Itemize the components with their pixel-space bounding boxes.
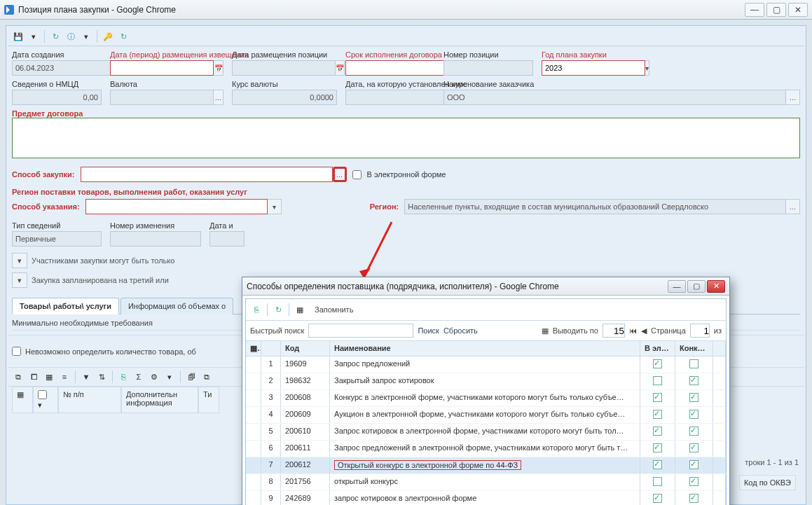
ellipsis-icon[interactable]: … xyxy=(214,90,223,105)
nmcd-input xyxy=(12,90,102,105)
close-button[interactable]: ✕ xyxy=(788,3,808,17)
print-icon[interactable]: 🗐 xyxy=(185,371,198,383)
chevron-down-icon[interactable]: ▾ xyxy=(12,253,27,268)
table-row[interactable]: 119609Запрос предложений xyxy=(246,357,726,373)
dropdown-icon[interactable]: ▾ xyxy=(163,371,176,383)
table-row[interactable]: 6200611Запрос предложений в электронной … xyxy=(246,441,726,457)
calendar-icon[interactable]: 📅 xyxy=(336,60,345,76)
no-qty-checkbox[interactable] xyxy=(12,347,21,356)
table-header-ef[interactable]: В элек… форме xyxy=(640,341,675,356)
refresh2-icon[interactable]: ↻ xyxy=(117,30,130,43)
page-size-input[interactable] xyxy=(603,324,625,338)
filter-icon[interactable]: ▼ xyxy=(80,371,92,383)
refresh-icon[interactable]: ↻ xyxy=(49,30,62,43)
sposob-label: Способ закупки: xyxy=(12,170,75,179)
valuta-input[interactable] xyxy=(110,90,214,105)
copy-icon[interactable]: ⧉ xyxy=(200,371,213,383)
quick-search-input[interactable] xyxy=(308,324,413,338)
srok-label: Срок исполнения договора xyxy=(345,50,435,59)
data-i-label: Дата и xyxy=(209,221,245,230)
table-header-check[interactable]: ▾ xyxy=(33,387,58,413)
sposob-input[interactable] xyxy=(81,167,333,182)
popup-title: Способы определения поставщика (подрядчи… xyxy=(247,282,668,291)
table-header-name[interactable]: Наименование xyxy=(330,341,640,356)
table-header-dop[interactable]: Дополнительн информация xyxy=(121,387,198,413)
search-button[interactable]: Поиск xyxy=(418,326,439,335)
main-toolbar: 💾 ▾ ↻ ⓘ ▾ 🔑 ↻ xyxy=(8,27,804,46)
table-header-scroll xyxy=(713,341,726,356)
table-header-np[interactable]: № п/п xyxy=(58,387,121,413)
ellipsis-icon[interactable]: … xyxy=(786,199,800,214)
date-created-input xyxy=(12,60,116,76)
table-header-rownum[interactable] xyxy=(261,341,281,356)
rows-info: троки 1 - 1 из 1 xyxy=(745,458,799,466)
kursdate-label: Дата, на которую установлен курс xyxy=(345,80,435,88)
maximize-button[interactable]: ▢ xyxy=(766,3,786,17)
sposobuk-input[interactable] xyxy=(85,199,268,214)
first-page-icon[interactable]: ⏮ xyxy=(629,326,637,335)
table-header-icon[interactable]: ▦ xyxy=(246,341,261,356)
table-row[interactable]: 8201756открытый конкурс xyxy=(246,474,726,491)
eform-checkbox[interactable] xyxy=(352,170,362,179)
nomer-input xyxy=(443,60,533,76)
calendar-icon[interactable]: 📅 xyxy=(214,60,223,76)
gear-icon[interactable]: ⚙ xyxy=(148,371,160,383)
main-content: 💾 ▾ ↻ ⓘ ▾ 🔑 ↻ Дата создания Дата (период… xyxy=(6,25,806,505)
app-icon xyxy=(4,5,14,15)
popup-close-button[interactable]: ✕ xyxy=(707,280,725,293)
prev-page-icon[interactable]: ◀ xyxy=(641,326,647,335)
page-size-icon[interactable]: ▦ xyxy=(542,326,549,335)
popup-minimize-button[interactable]: — xyxy=(668,280,686,293)
srok-input[interactable] xyxy=(345,60,449,76)
reset-button[interactable]: Сбросить xyxy=(443,326,478,335)
tab-goods[interactable]: Товары\ работы\ услуги xyxy=(12,298,119,314)
list-icon[interactable]: ≡ xyxy=(58,371,71,383)
table-header-kod[interactable]: Код xyxy=(281,341,330,356)
dropdown2-icon[interactable]: ▾ xyxy=(80,30,92,43)
sposob-lookup-button[interactable]: … xyxy=(333,167,347,182)
chevron-down-icon[interactable]: ▾ xyxy=(12,272,27,288)
kursdate-input xyxy=(345,90,449,105)
god-input[interactable] xyxy=(542,60,645,76)
table-header-checkbox[interactable]: ▦ xyxy=(12,387,33,413)
zakazchik-label: Наименование заказчика xyxy=(443,80,800,88)
save-icon[interactable]: 💾 xyxy=(12,30,25,43)
table-row[interactable]: 2198632Закрытый запрос котировок xyxy=(246,373,726,390)
period-input[interactable] xyxy=(110,60,214,76)
page-input[interactable] xyxy=(690,324,710,338)
key-icon[interactable]: 🔑 xyxy=(102,30,114,43)
dropdown-icon[interactable]: ▾ xyxy=(27,30,40,43)
minimize-button[interactable]: — xyxy=(745,3,764,17)
tab-volumes[interactable]: Информация об объемах о xyxy=(121,298,233,314)
table-header-tip[interactable]: Ти xyxy=(198,387,219,413)
table-row[interactable]: 3200608Конкурс в электронной форме, учас… xyxy=(246,390,726,407)
table-header-okve[interactable]: Код по ОКВЭ xyxy=(739,475,796,490)
vyvod-label: Выводить по xyxy=(553,326,598,335)
refresh-icon[interactable]: ↻ xyxy=(270,302,286,317)
table-row[interactable]: 9242689запрос котировок в электронной фо… xyxy=(246,491,726,505)
table-icon[interactable]: ▦ xyxy=(43,371,55,383)
chevron-down-icon[interactable]: ▾ xyxy=(268,199,282,214)
table-row[interactable]: 7200612Открытый конкурс в электронной фо… xyxy=(246,457,726,474)
chevron-down-icon[interactable]: ▾ xyxy=(645,60,649,76)
collapse-icon[interactable]: ⧠ xyxy=(27,371,40,383)
chk2-label: Закупка запланирована на третий или xyxy=(32,276,169,284)
export-icon[interactable]: ⎘ xyxy=(117,371,130,383)
zakazchik-input xyxy=(443,90,786,105)
table-header-konk[interactable]: Конк… способ заку… xyxy=(675,341,713,356)
sum-icon[interactable]: Σ xyxy=(132,371,145,383)
ellipsis-icon[interactable]: … xyxy=(786,90,800,105)
table-row[interactable]: 5200610Запрос котировок в электронной фо… xyxy=(246,424,726,441)
sort-icon[interactable]: ⇅ xyxy=(95,371,108,383)
nomer-izm-input xyxy=(110,231,201,247)
popup-maximize-button[interactable]: ▢ xyxy=(687,280,706,293)
lookup-table: ▦ Код Наименование В элек… форме Конк… с… xyxy=(246,341,726,505)
export-icon[interactable]: ⎘ xyxy=(249,302,264,317)
tree-icon[interactable]: ⧉ xyxy=(12,371,25,383)
layout-icon[interactable]: ▦ xyxy=(292,302,308,317)
zapomnit-button[interactable]: Запомнить xyxy=(309,305,359,314)
info-icon[interactable]: ⓘ xyxy=(64,30,77,43)
table-row[interactable]: 4200609Аукцион в электронной форме, учас… xyxy=(246,407,726,424)
lookup-popup: Способы определения поставщика (подрядчи… xyxy=(242,277,730,505)
predmet-textarea[interactable] xyxy=(12,118,800,158)
